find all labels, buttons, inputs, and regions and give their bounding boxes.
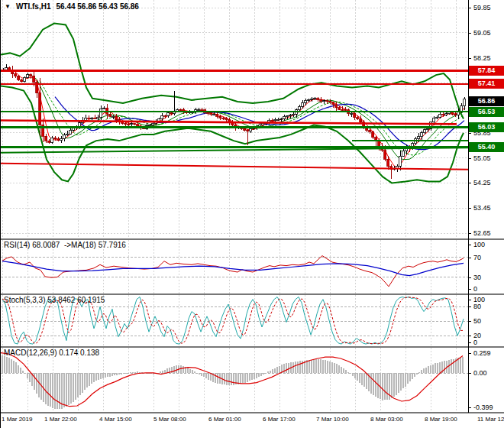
panel-separator[interactable] (1, 293, 504, 295)
time-axis-label: 1 Mar 22:00 (44, 416, 77, 423)
axis-tick (468, 8, 471, 8)
axis-tick (468, 133, 471, 134)
time-axis-label: 5 Mar 08:00 (153, 416, 186, 423)
axis-tick (468, 233, 471, 234)
axis-tick (468, 407, 471, 408)
macd-tick-label: 0.259 (473, 349, 491, 357)
dropdown-arrow-icon[interactable]: ▼ (5, 3, 11, 11)
axis-tick (468, 336, 471, 336)
axis-tick (468, 353, 471, 354)
price-tick-label: 54.25 (473, 179, 491, 186)
axis-tick (468, 158, 471, 159)
price-tick-label: 59.05 (473, 29, 491, 37)
panel-separator[interactable] (1, 238, 504, 240)
time-axis-label: 11 Mar 12:00 (477, 416, 504, 423)
axis-tick (468, 33, 471, 34)
price-tick-label: 55.05 (473, 154, 491, 162)
time-axis-label: 4 Mar 15:00 (99, 416, 132, 423)
symbol-period: WTI.fs,H1 (16, 2, 51, 11)
price-badge: 55.40 (469, 142, 504, 152)
axis-tick (468, 208, 471, 209)
time-axis-label: 7 Mar 10:00 (316, 416, 349, 423)
ohlc-values: 56.44 56.86 56.43 56.86 (56, 2, 138, 11)
chart-title: ▼ WTI.fs,H1 56.44 56.86 56.43 56.86 (5, 2, 139, 11)
rsi-label: RSI(14) 68.0087 ->MA(18) 57.7916 (4, 241, 126, 249)
panel-separator[interactable] (1, 412, 504, 413)
axis-tick (468, 245, 471, 245)
axis-tick (468, 342, 471, 343)
axis-tick (468, 258, 471, 258)
axis-tick (468, 321, 471, 322)
time-axis-label: 6 Mar 01:00 (208, 416, 241, 423)
stoch-label: Stoch(5,3,3) 53.8462 60.1915 (4, 296, 105, 304)
price-tick-label: 53.45 (473, 204, 491, 212)
stoch-tick-label: 80 (473, 303, 481, 310)
price-tick-label: 58.25 (473, 54, 491, 62)
axis-tick (468, 58, 471, 59)
time-axis-label: 8 Mar 03:00 (370, 416, 403, 423)
chart-window: ▼ WTI.fs,H1 56.44 56.86 56.43 56.86 RSI(… (0, 0, 504, 428)
axis-tick (468, 277, 471, 278)
price-badge: 56.86 (469, 96, 504, 106)
price-badge: 57.41 (469, 79, 504, 89)
axis-tick (468, 373, 471, 374)
price-tick-label: 52.65 (473, 229, 491, 237)
time-axis-label: 8 Mar 19:00 (425, 416, 457, 423)
price-axis-line (468, 0, 469, 413)
rsi-tick-label: 0 (473, 285, 477, 293)
macd-label: MACD(12,26,9) 0.174 0.138 (4, 349, 99, 357)
price-badge: 56.03 (469, 122, 504, 132)
panel-separator[interactable] (1, 346, 504, 348)
stoch-tick-label: 0 (473, 339, 477, 346)
time-axis-label: 1 Mar 2019 (2, 416, 32, 423)
price-badge: 57.84 (469, 66, 504, 76)
macd-tick-label: 0.00 (473, 369, 487, 377)
price-badge: 56.53 (469, 107, 504, 117)
axis-tick (468, 183, 471, 183)
axis-tick (468, 306, 471, 307)
axis-tick (468, 300, 471, 300)
macd-tick-label: -0.399 (473, 404, 493, 411)
rsi-tick-label: 70 (473, 254, 481, 261)
rsi-tick-label: 100 (473, 241, 485, 248)
stoch-tick-label: 50 (473, 317, 481, 325)
price-tick-label: 59.85 (473, 4, 491, 11)
time-axis-label: 6 Mar 17:00 (263, 416, 296, 423)
rsi-tick-label: 30 (473, 274, 481, 281)
axis-tick (468, 289, 471, 290)
